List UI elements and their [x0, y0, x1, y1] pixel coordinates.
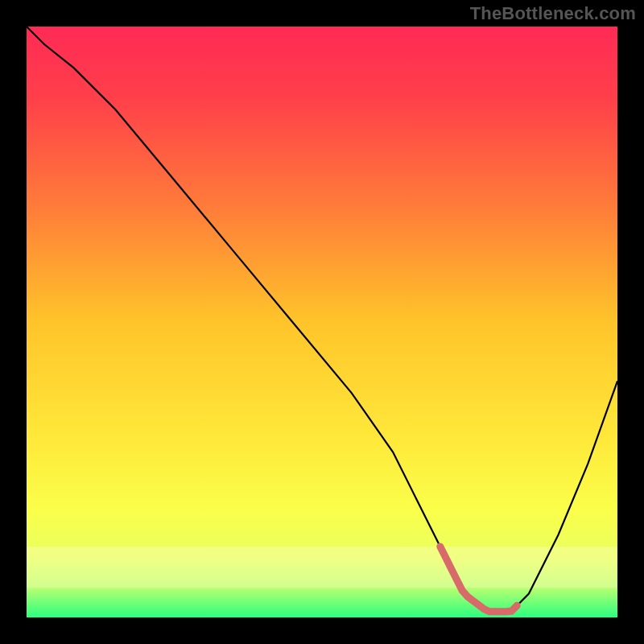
bottleneck-chart — [0, 0, 644, 644]
chart-frame: TheBottleneck.com — [0, 0, 644, 644]
watermark-text: TheBottleneck.com — [470, 3, 636, 24]
pale-band — [27, 547, 617, 588]
plot-background — [27, 27, 617, 617]
